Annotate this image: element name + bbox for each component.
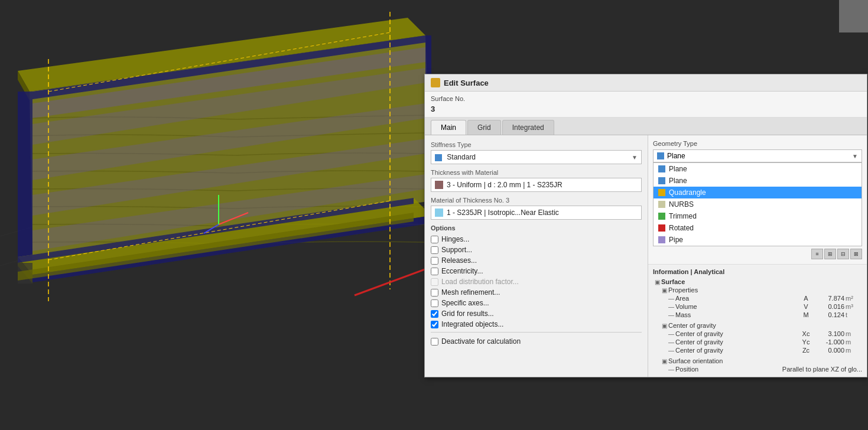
geom-btn-list[interactable]: ≡ bbox=[811, 249, 823, 259]
stiffness-arrow: ▼ bbox=[632, 154, 638, 161]
tree-cog-zc-row: — Center of gravity Zc 0.000 m bbox=[653, 346, 862, 354]
cog-yc-value: -1.000 bbox=[812, 338, 844, 346]
plane2-label: Plane bbox=[669, 177, 687, 185]
cog-xc-value: 3.100 bbox=[812, 330, 844, 337]
volume-label: Volume bbox=[675, 303, 800, 310]
tree-area-row: — Area A 7.874 m² bbox=[653, 294, 862, 302]
tab-main[interactable]: Main bbox=[431, 120, 466, 135]
grid-results-label: Grid for results... bbox=[441, 310, 494, 318]
position-label: Position bbox=[675, 366, 769, 373]
properties-expander[interactable]: ▣ bbox=[660, 287, 668, 294]
geometry-type-label: Geometry Type bbox=[653, 140, 862, 147]
geometry-dropdown: Plane Plane Quadrangle NURBS bbox=[653, 162, 862, 246]
geom-option-trimmed[interactable]: Trimmed bbox=[654, 210, 862, 222]
option-eccentricity[interactable]: Eccentricity... bbox=[431, 266, 642, 276]
cog-xc-expander: — bbox=[667, 331, 675, 337]
integrated-checkbox[interactable] bbox=[431, 321, 438, 328]
option-specific-axes[interactable]: Specific axes... bbox=[431, 298, 642, 308]
surface-icon bbox=[431, 78, 440, 87]
surface-no-label: Surface No. bbox=[431, 95, 861, 102]
nurbs-swatch bbox=[658, 201, 665, 208]
thickness-field[interactable]: 3 - Uniform | d : 2.0 mm | 1 - S235JR bbox=[431, 178, 642, 192]
specific-axes-label: Specific axes... bbox=[441, 299, 489, 307]
cog-zc-label: Center of gravity bbox=[675, 347, 800, 354]
deactivate-checkbox[interactable] bbox=[431, 338, 438, 346]
geom-option-nurbs[interactable]: NURBS bbox=[654, 198, 862, 210]
eccentricity-checkbox[interactable] bbox=[431, 268, 438, 275]
svg-marker-28 bbox=[839, 0, 868, 32]
cog-zc-value: 0.000 bbox=[812, 347, 844, 354]
cog-yc-label: Center of gravity bbox=[675, 338, 800, 346]
rotated-swatch bbox=[658, 224, 665, 232]
geom-option-rotated[interactable]: Rotated bbox=[654, 222, 862, 234]
material-value: 1 - S235JR | Isotropic...Near Elastic bbox=[447, 209, 559, 217]
cog-group-expander[interactable]: ▣ bbox=[660, 322, 668, 329]
material-label: Material of Thickness No. 3 bbox=[431, 197, 642, 204]
geom-btn-view2[interactable]: ⊟ bbox=[837, 249, 849, 259]
option-grid-results[interactable]: Grid for results... bbox=[431, 308, 642, 319]
mesh-label: Mesh refinement... bbox=[441, 288, 500, 297]
option-releases[interactable]: Releases... bbox=[431, 255, 642, 266]
area-label: Area bbox=[675, 295, 800, 302]
hinges-checkbox[interactable] bbox=[431, 236, 438, 243]
grid-results-checkbox[interactable] bbox=[431, 310, 438, 318]
area-key: A bbox=[800, 295, 812, 302]
geom-option-plane1[interactable]: Plane bbox=[654, 163, 862, 175]
tree-orientation-group-row: ▣ Surface orientation bbox=[653, 357, 862, 365]
properties-label: Properties bbox=[668, 286, 862, 294]
mass-label: Mass bbox=[675, 311, 800, 318]
pipe-label: Pipe bbox=[669, 236, 683, 244]
panel-title: Edit Surface bbox=[444, 79, 489, 87]
support-label: Support... bbox=[441, 246, 472, 254]
tab-grid[interactable]: Grid bbox=[467, 120, 501, 135]
geom-option-pipe[interactable]: Pipe bbox=[654, 234, 862, 246]
cog-yc-key: Yc bbox=[800, 338, 812, 346]
releases-label: Releases... bbox=[441, 256, 477, 265]
tree-cog-yc-row: — Center of gravity Yc -1.000 m bbox=[653, 338, 862, 346]
mass-unit: t bbox=[846, 311, 862, 318]
cog-yc-expander: — bbox=[667, 339, 675, 346]
option-mesh[interactable]: Mesh refinement... bbox=[431, 287, 642, 298]
info-title: Information | Analytical bbox=[653, 268, 862, 275]
info-section: Information | Analytical ▣ Surface ▣ Pro… bbox=[648, 265, 867, 377]
hinges-label: Hinges... bbox=[441, 235, 469, 243]
left-column: Stiffness Type Standard ▼ Thickness with… bbox=[425, 135, 648, 377]
tabs-row: Main Grid Integrated bbox=[425, 118, 867, 135]
geom-btn-view3[interactable]: ⊠ bbox=[850, 249, 862, 259]
tree-mass-row: — Mass M 0.124 t bbox=[653, 311, 862, 319]
support-checkbox[interactable] bbox=[431, 246, 438, 254]
geom-header-value: Plane bbox=[667, 152, 685, 160]
tree-volume-row: — Volume V 0.016 m³ bbox=[653, 302, 862, 311]
thickness-value: 3 - Uniform | d : 2.0 mm | 1 - S235JR bbox=[447, 181, 563, 189]
deactivate-label: Deactivate for calculation bbox=[441, 337, 521, 346]
plane2-swatch bbox=[658, 177, 665, 184]
geom-option-plane2[interactable]: Plane bbox=[654, 175, 862, 187]
cog-xc-key: Xc bbox=[800, 330, 812, 337]
mesh-checkbox[interactable] bbox=[431, 289, 438, 297]
trimmed-label: Trimmed bbox=[669, 212, 697, 220]
orientation-expander[interactable]: ▣ bbox=[660, 358, 668, 364]
surface-expander[interactable]: ▣ bbox=[653, 279, 661, 285]
option-deactivate[interactable]: Deactivate for calculation bbox=[431, 336, 642, 347]
geom-option-quadrangle[interactable]: Quadrangle bbox=[654, 187, 862, 198]
tab-integrated[interactable]: Integrated bbox=[502, 120, 554, 135]
nurbs-label: NURBS bbox=[669, 200, 694, 209]
geom-btn-view1[interactable]: ⊞ bbox=[824, 249, 836, 259]
area-value: 7.874 bbox=[812, 295, 844, 302]
tree-position-row: — Position Parallel to plane XZ of glo..… bbox=[653, 365, 862, 373]
mass-key: M bbox=[800, 311, 812, 318]
option-support[interactable]: Support... bbox=[431, 245, 642, 255]
cog-zc-expander: — bbox=[667, 347, 675, 354]
volume-unit: m³ bbox=[846, 303, 862, 310]
surface-label: Surface bbox=[661, 278, 862, 285]
specific-axes-checkbox[interactable] bbox=[431, 299, 438, 307]
material-field[interactable]: 1 - S235JR | Isotropic...Near Elastic bbox=[431, 206, 642, 220]
releases-checkbox[interactable] bbox=[431, 257, 438, 265]
option-integrated[interactable]: Integrated objects... bbox=[431, 319, 642, 330]
load-dist-label: Load distribution factor... bbox=[441, 278, 519, 286]
option-hinges[interactable]: Hinges... bbox=[431, 234, 642, 245]
volume-expander: — bbox=[667, 304, 675, 310]
cog-group-label: Center of gravity bbox=[668, 322, 862, 329]
stiffness-value: Standard bbox=[447, 153, 476, 161]
stiffness-select[interactable]: Standard ▼ bbox=[431, 150, 642, 164]
